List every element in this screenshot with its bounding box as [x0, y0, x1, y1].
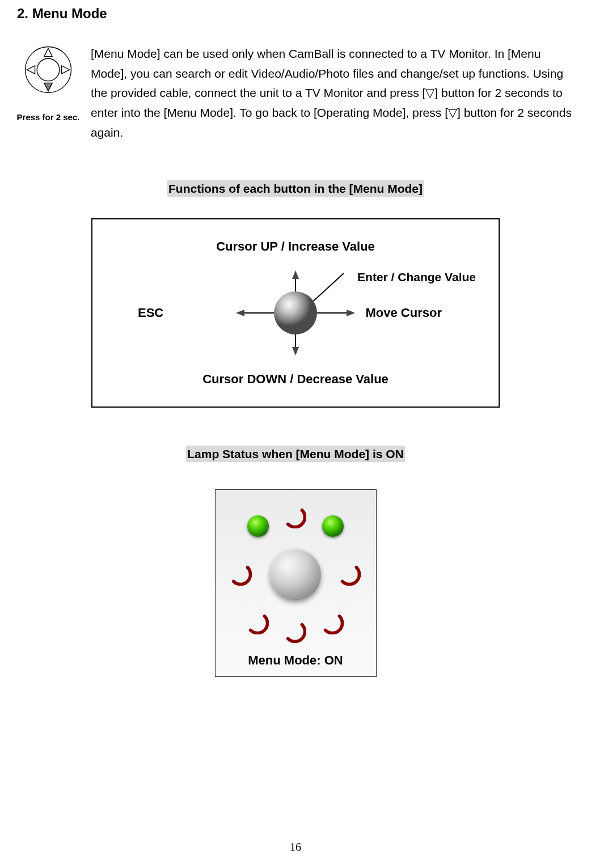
lamp-bottom-left-off-icon	[247, 613, 269, 634]
cursor-up-label: Cursor UP / Increase Value	[216, 239, 375, 254]
lamp-caption: Menu Mode: ON	[227, 653, 365, 668]
lamp-section-title: Lamp Status when [Menu Mode] is ON	[17, 447, 574, 461]
lamp-title-text: Lamp Status when [Menu Mode] is ON	[186, 446, 405, 462]
cursor-down-label: Cursor DOWN / Decrease Value	[202, 372, 389, 387]
functions-title-text: Functions of each button in the [Menu Mo…	[167, 180, 424, 197]
page-number: 16	[290, 841, 301, 854]
lamp-top-right-on-icon	[322, 515, 344, 537]
functions-section-title: Functions of each button in the [Menu Mo…	[17, 182, 574, 196]
section-heading: 2. Menu Mode	[17, 6, 574, 22]
lamp-mid-right-off-icon	[339, 564, 361, 586]
svg-marker-11	[236, 310, 244, 316]
svg-marker-2	[44, 48, 52, 56]
dpad-icon	[23, 44, 74, 95]
lamp-bottom-center-off-icon	[285, 621, 306, 643]
lamp-bottom-right-off-icon	[322, 613, 344, 634]
lamp-top-center-off-icon	[285, 507, 306, 528]
svg-point-1	[37, 58, 60, 81]
joystick-diagram-icon	[210, 256, 381, 370]
dpad-icon-column: Press for 2 sec.	[17, 44, 79, 142]
svg-point-13	[274, 291, 317, 335]
svg-marker-4	[27, 66, 35, 74]
svg-marker-3	[44, 83, 52, 91]
svg-marker-10	[292, 347, 299, 355]
description-text: [Menu Mode] can be used only when CamBal…	[91, 44, 574, 142]
svg-marker-12	[347, 310, 355, 316]
intro-section: Press for 2 sec. [Menu Mode] can be used…	[17, 44, 574, 142]
dpad-caption: Press for 2 sec.	[17, 112, 80, 122]
lamp-status-diagram: Menu Mode: ON	[215, 489, 377, 677]
lamp-mid-left-off-icon	[230, 564, 252, 586]
svg-line-8	[310, 273, 344, 304]
esc-label: ESC	[138, 306, 163, 320]
svg-marker-5	[61, 66, 69, 74]
button-functions-diagram: Cursor UP / Increase Value Cursor DOWN /…	[91, 218, 500, 408]
lamp-joystick-center-icon	[270, 549, 321, 600]
lamp-top-left-on-icon	[247, 515, 269, 537]
svg-marker-9	[292, 270, 299, 279]
